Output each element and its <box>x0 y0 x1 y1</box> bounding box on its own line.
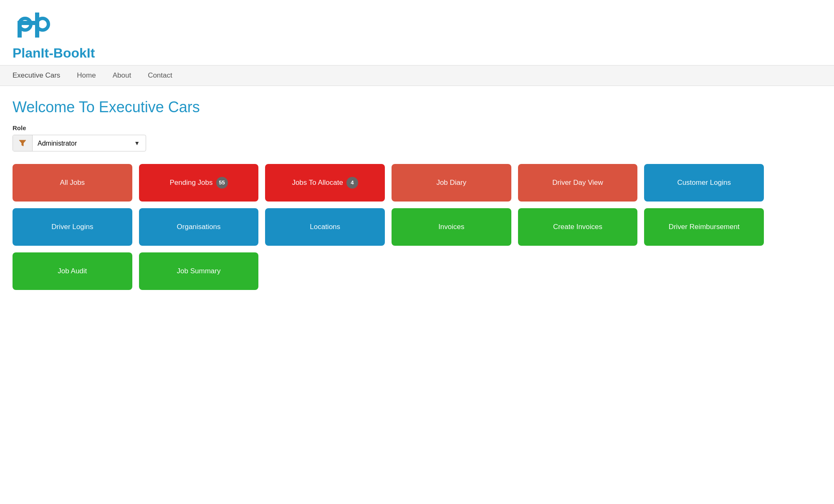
nav-about[interactable]: About <box>113 71 131 80</box>
svg-point-4 <box>38 20 47 28</box>
invoices-button[interactable]: Invoices <box>392 208 511 246</box>
customer-logins-button[interactable]: Customer Logins <box>644 164 764 202</box>
empty-cell-1 <box>265 252 385 290</box>
navbar: Executive Cars Home About Contact <box>0 65 834 86</box>
nav-contact[interactable]: Contact <box>148 71 172 80</box>
empty-cell-4 <box>644 252 764 290</box>
pending-jobs-badge: 55 <box>216 177 228 189</box>
locations-button[interactable]: Locations <box>265 208 385 246</box>
svg-rect-6 <box>18 21 38 25</box>
jobs-to-allocate-badge: 4 <box>346 177 358 189</box>
filter-icon <box>13 135 33 151</box>
page-title: Welcome To Executive Cars <box>13 98 821 116</box>
job-diary-button[interactable]: Job Diary <box>392 164 511 202</box>
nav-executive-cars[interactable]: Executive Cars <box>13 71 60 80</box>
logo-area: PlanIt-BookIt <box>0 0 834 65</box>
pending-jobs-button[interactable]: Pending Jobs 55 <box>139 164 259 202</box>
chevron-down-icon: ▼ <box>128 136 146 151</box>
job-audit-button[interactable]: Job Audit <box>13 252 132 290</box>
nav-home[interactable]: Home <box>77 71 96 80</box>
organisations-button[interactable]: Organisations <box>139 208 259 246</box>
driver-day-view-button[interactable]: Driver Day View <box>518 164 638 202</box>
driver-reimbursement-button[interactable]: Driver Reimbursement <box>644 208 764 246</box>
job-summary-button[interactable]: Job Summary <box>139 252 259 290</box>
role-selector[interactable]: Administrator Driver Customer ▼ <box>13 135 146 151</box>
all-jobs-button[interactable]: All Jobs <box>13 164 132 202</box>
main-content: Welcome To Executive Cars Role Administr… <box>0 86 834 302</box>
brand-name: PlanIt-BookIt <box>13 45 821 61</box>
svg-rect-7 <box>18 31 22 38</box>
empty-cell-2 <box>392 252 511 290</box>
driver-logins-button[interactable]: Driver Logins <box>13 208 132 246</box>
create-invoices-button[interactable]: Create Invoices <box>518 208 638 246</box>
role-select[interactable]: Administrator Driver Customer <box>33 136 128 151</box>
buttons-grid: All Jobs Pending Jobs 55 Jobs To Allocat… <box>13 164 764 290</box>
jobs-to-allocate-button[interactable]: Jobs To Allocate 4 <box>265 164 385 202</box>
empty-cell-3 <box>518 252 638 290</box>
svg-marker-8 <box>19 140 26 146</box>
role-label: Role <box>13 124 821 131</box>
logo-icon <box>13 8 63 46</box>
